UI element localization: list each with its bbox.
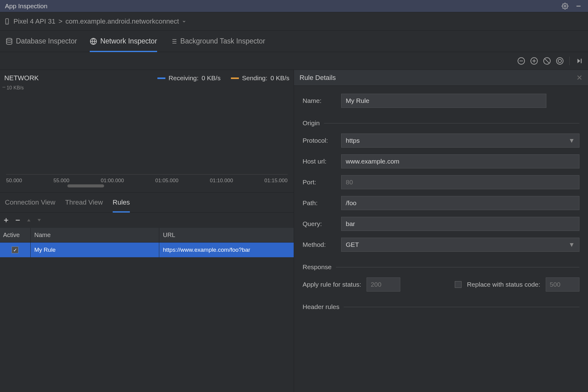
subtab-rules[interactable]: Rules bbox=[113, 193, 130, 212]
rule-active-checkbox[interactable]: ✓ bbox=[12, 247, 18, 253]
tab-background-task-inspector[interactable]: Background Task Inspector bbox=[170, 31, 265, 52]
inspector-tabs: Database Inspector Network Inspector Bac… bbox=[0, 31, 588, 52]
svg-marker-22 bbox=[578, 58, 580, 63]
move-down-button[interactable] bbox=[37, 218, 42, 223]
col-header-url[interactable]: URL bbox=[159, 228, 294, 242]
legend-receiving: Receiving: 0 KB/s bbox=[157, 74, 221, 82]
timeline-toolbar bbox=[0, 52, 588, 70]
host-label: Host url: bbox=[303, 158, 336, 165]
move-up-button[interactable] bbox=[26, 218, 31, 223]
svg-point-0 bbox=[564, 5, 566, 7]
breadcrumb-separator: > bbox=[58, 17, 62, 25]
query-label: Query: bbox=[303, 220, 336, 228]
toolbar-divider bbox=[569, 57, 570, 65]
path-input[interactable] bbox=[341, 196, 579, 210]
rule-name-cell: My Rule bbox=[31, 243, 159, 257]
reset-zoom-icon[interactable] bbox=[542, 56, 552, 66]
breadcrumb-process: com.example.android.networkconnect bbox=[66, 17, 179, 25]
host-input[interactable] bbox=[341, 154, 579, 168]
tab-database-inspector[interactable]: Database Inspector bbox=[6, 31, 77, 52]
jump-to-live-icon[interactable] bbox=[575, 56, 584, 66]
method-label: Method: bbox=[303, 241, 336, 248]
legend-swatch-sending bbox=[231, 77, 239, 79]
apply-status-label: Apply rule for status: bbox=[303, 281, 361, 288]
rule-details-panel: Rule Details ✕ Name: Origin Protocol: ht… bbox=[294, 70, 588, 392]
svg-point-20 bbox=[556, 58, 563, 64]
legend-swatch-receiving bbox=[157, 77, 165, 79]
col-header-name[interactable]: Name bbox=[31, 228, 159, 242]
close-icon[interactable]: ✕ bbox=[576, 74, 582, 82]
subtab-connection-view[interactable]: Connection View bbox=[5, 193, 55, 212]
replace-status-input[interactable] bbox=[546, 277, 579, 292]
add-rule-button[interactable] bbox=[3, 217, 9, 223]
globe-icon bbox=[90, 38, 97, 45]
zoom-selection-icon[interactable] bbox=[555, 56, 564, 66]
chart-y-tick: 10 KB/s bbox=[6, 85, 24, 91]
apply-status-input[interactable] bbox=[367, 277, 400, 292]
chevron-down-icon[interactable] bbox=[182, 19, 186, 24]
svg-point-21 bbox=[558, 59, 562, 62]
rule-url-cell: https://www.example.com/foo?bar bbox=[159, 243, 294, 257]
left-panel: NETWORK Receiving: 0 KB/s Sending: 0 KB/… bbox=[0, 70, 294, 392]
titlebar: App Inspection bbox=[0, 0, 588, 12]
timeline-scroll-thumb[interactable] bbox=[67, 184, 104, 187]
chevron-down-icon: ▼ bbox=[568, 241, 575, 248]
rules-table: Active Name URL ✓ My Rule https://www.ex… bbox=[0, 228, 294, 392]
table-row[interactable]: ✓ My Rule https://www.example.com/foo?ba… bbox=[0, 243, 294, 257]
breadcrumb[interactable]: Pixel 4 API 31 > com.example.android.net… bbox=[0, 12, 588, 31]
list-icon bbox=[170, 38, 177, 45]
remove-rule-button[interactable] bbox=[15, 217, 21, 223]
svg-line-19 bbox=[545, 58, 549, 63]
minimize-icon[interactable] bbox=[574, 2, 583, 11]
table-header: Active Name URL bbox=[0, 228, 294, 243]
response-section-title: Response bbox=[303, 263, 332, 271]
path-label: Path: bbox=[303, 199, 336, 207]
device-icon bbox=[4, 18, 10, 25]
chart-x-axis: 50.000 55.000 01:00.000 01:05.000 01:10.… bbox=[6, 174, 288, 184]
replace-status-label: Replace with status code: bbox=[467, 281, 540, 288]
name-input[interactable] bbox=[341, 94, 546, 108]
subtab-thread-view[interactable]: Thread View bbox=[65, 193, 103, 212]
col-header-active[interactable]: Active bbox=[0, 228, 31, 242]
method-select[interactable]: GET▼ bbox=[341, 238, 579, 252]
database-icon bbox=[6, 38, 13, 45]
header-rules-section-title: Header rules bbox=[303, 303, 339, 311]
tab-network-inspector[interactable]: Network Inspector bbox=[90, 31, 157, 52]
name-label: Name: bbox=[303, 97, 336, 104]
svg-marker-27 bbox=[27, 219, 31, 221]
chart-title: NETWORK bbox=[4, 74, 39, 82]
zoom-out-icon[interactable] bbox=[517, 56, 526, 66]
origin-section-title: Origin bbox=[303, 119, 320, 127]
query-input[interactable] bbox=[341, 217, 579, 231]
replace-status-checkbox[interactable] bbox=[455, 281, 462, 288]
zoom-in-icon[interactable] bbox=[530, 56, 539, 66]
chevron-down-icon: ▼ bbox=[568, 137, 575, 144]
details-title: Rule Details bbox=[300, 74, 336, 82]
legend-sending: Sending: 0 KB/s bbox=[231, 74, 289, 82]
gear-icon[interactable] bbox=[560, 2, 570, 11]
protocol-select[interactable]: https▼ bbox=[341, 134, 579, 148]
window-title: App Inspection bbox=[5, 2, 47, 10]
protocol-label: Protocol: bbox=[303, 137, 336, 144]
svg-point-4 bbox=[6, 38, 12, 40]
svg-rect-23 bbox=[581, 58, 582, 63]
network-subtabs: Connection View Thread View Rules bbox=[0, 192, 294, 213]
breadcrumb-device: Pixel 4 API 31 bbox=[13, 17, 55, 25]
network-chart[interactable]: NETWORK Receiving: 0 KB/s Sending: 0 KB/… bbox=[0, 70, 294, 192]
svg-marker-28 bbox=[38, 219, 41, 221]
port-label: Port: bbox=[303, 179, 336, 186]
rules-list-tools bbox=[0, 213, 294, 228]
port-input[interactable] bbox=[341, 175, 579, 189]
